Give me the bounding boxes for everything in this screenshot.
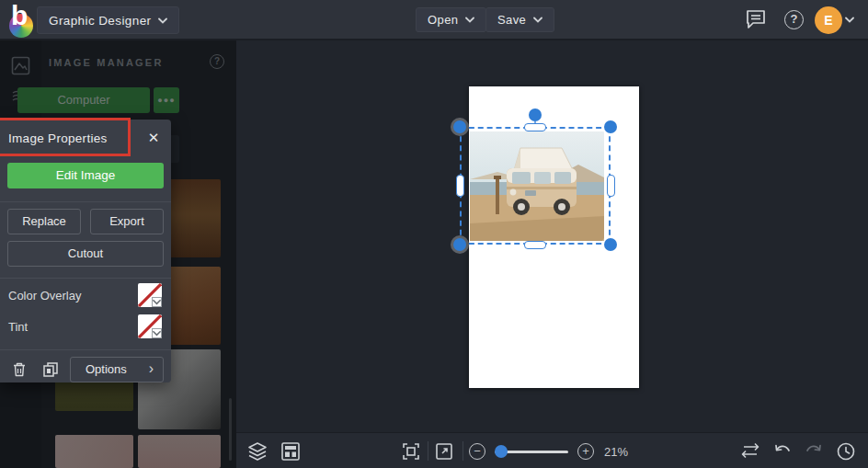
swatch-dropdown[interactable] — [152, 328, 162, 338]
avatar-initial: E — [824, 13, 832, 28]
chevron-down-icon — [533, 17, 542, 23]
template-layout-icon[interactable] — [280, 441, 301, 462]
fit-to-screen-icon[interactable] — [402, 442, 422, 462]
account-chevron-down-icon[interactable] — [845, 17, 854, 23]
duplicate-button[interactable] — [39, 357, 63, 382]
resize-handle-bottom[interactable] — [524, 241, 546, 249]
save-label: Save — [497, 13, 526, 27]
history-icon[interactable] — [836, 441, 856, 462]
edit-image-button[interactable]: Edit Image — [7, 163, 164, 188]
red-highlight-box — [0, 118, 131, 156]
divider — [0, 349, 171, 350]
color-overlay-label: Color Overlay — [8, 289, 81, 302]
designer-mode-dropdown[interactable]: Graphic Designer — [37, 6, 179, 34]
replace-button[interactable]: Replace — [7, 209, 81, 234]
divider — [463, 441, 463, 461]
resize-handle-top-left[interactable] — [453, 120, 466, 133]
open-button[interactable]: Open — [416, 7, 486, 32]
top-bar: b Graphic Designer Open Save ? E — [0, 0, 868, 40]
delete-button[interactable] — [7, 357, 31, 382]
avatar[interactable]: E — [815, 6, 842, 34]
divider — [0, 201, 171, 202]
zoom-slider-knob[interactable] — [495, 445, 508, 458]
tint-label: Tint — [8, 320, 28, 334]
undo-icon[interactable] — [773, 442, 794, 462]
selection-bounding-box[interactable] — [460, 127, 611, 245]
chevron-right-icon: › — [149, 360, 154, 377]
zoom-out-button[interactable]: − — [469, 443, 485, 460]
close-icon[interactable]: ✕ — [142, 126, 166, 150]
trash-icon — [12, 361, 27, 378]
options-button[interactable]: Options › — [70, 357, 164, 382]
layers-icon[interactable] — [247, 441, 268, 462]
canvas-area[interactable] — [236, 40, 868, 432]
zoom-percent: 21% — [604, 445, 628, 459]
divider — [428, 441, 428, 461]
resize-handle-left[interactable] — [456, 175, 464, 197]
app-logo[interactable]: b — [7, 4, 37, 37]
cutout-button[interactable]: Cutout — [7, 241, 164, 267]
fill-screen-icon[interactable] — [435, 442, 455, 462]
image-properties-popup: Image Properties ✕ Edit Image Replace Ex… — [0, 120, 171, 382]
left-sidebar: IMAGE MANAGER ? Computer ●●● ages Image … — [0, 40, 236, 468]
help-icon[interactable]: ? — [784, 10, 804, 29]
chevron-down-icon — [158, 17, 167, 24]
export-button[interactable]: Export — [90, 209, 164, 234]
save-button[interactable]: Save — [485, 7, 554, 32]
chevron-down-icon — [153, 299, 161, 305]
chevron-down-icon — [153, 330, 161, 337]
resize-handle-top[interactable] — [524, 123, 546, 131]
resize-handle-right[interactable] — [607, 175, 615, 197]
options-label: Options — [86, 362, 127, 376]
resize-handle-top-right[interactable] — [604, 120, 617, 133]
rotate-handle[interactable] — [529, 108, 542, 121]
color-overlay-swatch[interactable] — [138, 283, 162, 307]
duplicate-icon — [42, 361, 59, 378]
divider — [0, 278, 171, 279]
resize-handle-bottom-left[interactable] — [453, 238, 466, 251]
open-label: Open — [428, 13, 458, 27]
zoom-in-button[interactable]: + — [577, 443, 594, 460]
help-glyph: ? — [791, 12, 798, 26]
tint-swatch[interactable] — [138, 314, 162, 338]
logo-letter: b — [11, 0, 28, 31]
swatch-dropdown[interactable] — [152, 297, 162, 307]
designer-mode-label: Graphic Designer — [49, 14, 151, 28]
redo-icon[interactable] — [805, 442, 825, 462]
chevron-down-icon — [465, 17, 474, 23]
feedback-chat-icon[interactable] — [745, 9, 769, 31]
bottom-toolbar: − + 21% — [236, 432, 868, 468]
compare-icon[interactable] — [740, 442, 760, 462]
resize-handle-bottom-right[interactable] — [604, 238, 617, 251]
